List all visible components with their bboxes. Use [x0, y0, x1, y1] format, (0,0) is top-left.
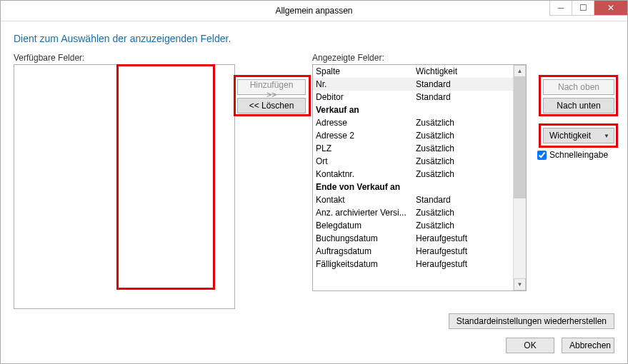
row-name: Nr. — [316, 78, 416, 91]
dialog-content: Dient zum Auswählen der anzuzeigenden Fe… — [1, 21, 627, 363]
row-importance: Heraufgestuft — [416, 258, 513, 271]
list-row[interactable]: Anz. archivierter Versi...Zusätzlich — [313, 206, 513, 219]
mid-column: Hinzufügen >> << Löschen — [235, 53, 312, 309]
minimize-button[interactable]: ─ — [549, 1, 572, 16]
dialog-window: Allgemein anpassen ─ ☐ ✕ Dient zum Auswä… — [0, 0, 628, 364]
close-button[interactable]: ✕ — [594, 1, 627, 16]
list-row[interactable]: BelegdatumZusätzlich — [313, 219, 513, 232]
list-row[interactable]: Verkauf an — [313, 103, 513, 116]
row-name: Adresse — [316, 116, 416, 129]
row-name: Fälligkeitsdatum — [316, 258, 416, 271]
row-name: Ort — [316, 155, 416, 168]
row-name: Kontaktnr. — [316, 168, 416, 181]
displayed-label: Angezeigte Felder: — [312, 53, 527, 63]
restore-defaults-button[interactable]: Standardeinstellungen wiederherstellen — [449, 313, 614, 329]
quick-entry-label: Schnelleingabe — [549, 150, 608, 160]
ok-button[interactable]: OK — [506, 338, 554, 353]
add-remove-group: Hinzufügen >> << Löschen — [237, 79, 306, 113]
right-column: Nach oben Nach unten Wichtigkeit ▼ Schne… — [527, 53, 614, 309]
add-button[interactable]: Hinzufügen >> — [237, 79, 306, 95]
row-importance: Zusätzlich — [416, 155, 513, 168]
row-importance — [416, 181, 513, 193]
row-importance: Heraufgestuft — [416, 245, 513, 258]
displayed-column: Angezeigte Felder: SpalteWichtigkeitNr.S… — [312, 53, 527, 309]
move-down-button[interactable]: Nach unten — [543, 98, 614, 113]
scroll-thumb[interactable] — [514, 77, 526, 198]
row-importance: Standard — [416, 91, 513, 103]
window-controls: ─ ☐ ✕ — [549, 1, 627, 15]
chevron-down-icon: ▼ — [604, 133, 609, 139]
maximize-button[interactable]: ☐ — [572, 1, 594, 16]
quick-entry-input[interactable] — [537, 151, 547, 160]
row-name: PLZ — [316, 142, 416, 155]
list-row[interactable]: AuftragsdatumHeraufgestuft — [313, 245, 513, 258]
row-importance — [416, 103, 513, 116]
row-importance: Zusätzlich — [416, 142, 513, 155]
row-importance: Zusätzlich — [416, 219, 513, 232]
row-name: Anz. archivierter Versi... — [316, 206, 416, 219]
row-name: Verkauf an — [316, 103, 416, 116]
row-importance: Zusätzlich — [416, 168, 513, 181]
displayed-listbox[interactable]: SpalteWichtigkeitNr.StandardDebitorStand… — [312, 64, 527, 291]
row-importance: Wichtigkeit — [416, 65, 513, 78]
list-row[interactable]: Nr.Standard — [313, 78, 513, 91]
remove-button[interactable]: << Löschen — [237, 98, 306, 113]
scroll-down-icon[interactable]: ▼ — [514, 278, 526, 290]
importance-dropdown[interactable]: Wichtigkeit ▼ — [543, 128, 614, 143]
importance-dropdown-label: Wichtigkeit — [549, 131, 591, 141]
row-importance: Zusätzlich — [416, 116, 513, 129]
list-row[interactable]: Adresse 2Zusätzlich — [313, 129, 513, 142]
rows-area: SpalteWichtigkeitNr.StandardDebitorStand… — [313, 65, 513, 290]
row-name: Kontakt — [316, 193, 416, 206]
cancel-button[interactable]: Abbrechen — [562, 338, 614, 353]
list-row[interactable]: BuchungsdatumHeraufgestuft — [313, 232, 513, 245]
list-row[interactable]: SpalteWichtigkeit — [313, 65, 513, 78]
list-row[interactable]: Ende von Verkauf an — [313, 181, 513, 193]
ok-cancel-row: OK Abbrechen — [14, 338, 614, 353]
move-up-button[interactable]: Nach oben — [543, 79, 614, 95]
row-name: Buchungsdatum — [316, 232, 416, 245]
list-row[interactable]: AdresseZusätzlich — [313, 116, 513, 129]
quick-entry-checkbox[interactable]: Schnelleingabe — [537, 150, 614, 160]
list-row[interactable]: DebitorStandard — [313, 91, 513, 103]
available-column: Verfügbare Felder: — [14, 53, 235, 309]
window-title: Allgemein anpassen — [275, 6, 352, 16]
list-row[interactable]: OrtZusätzlich — [313, 155, 513, 168]
row-importance: Standard — [416, 193, 513, 206]
row-name: Spalte — [316, 65, 416, 78]
titlebar: Allgemein anpassen ─ ☐ ✕ — [1, 1, 627, 21]
columns-area: Verfügbare Felder: Hinzufügen >> << Lösc… — [14, 53, 614, 309]
available-label: Verfügbare Felder: — [14, 53, 235, 63]
row-name: Belegdatum — [316, 219, 416, 232]
move-group: Nach oben Nach unten — [543, 79, 614, 113]
list-row[interactable]: PLZZusätzlich — [313, 142, 513, 155]
available-listbox[interactable] — [14, 64, 235, 309]
row-importance: Zusätzlich — [416, 129, 513, 142]
row-importance: Zusätzlich — [416, 206, 513, 219]
row-name: Debitor — [316, 91, 416, 103]
description-text: Dient zum Auswählen der anzuzeigenden Fe… — [14, 33, 614, 44]
list-row[interactable]: KontaktStandard — [313, 193, 513, 206]
list-row[interactable]: FälligkeitsdatumHeraufgestuft — [313, 258, 513, 271]
row-importance: Heraufgestuft — [416, 232, 513, 245]
row-name: Ende von Verkauf an — [316, 181, 416, 193]
row-name: Adresse 2 — [316, 129, 416, 142]
row-importance: Standard — [416, 78, 513, 91]
scroll-up-icon[interactable]: ▲ — [514, 65, 526, 77]
list-row[interactable]: Kontaktnr.Zusätzlich — [313, 168, 513, 181]
row-name: Auftragsdatum — [316, 245, 416, 258]
scrollbar[interactable]: ▲ ▼ — [513, 65, 526, 290]
restore-row: Standardeinstellungen wiederherstellen — [14, 313, 614, 329]
